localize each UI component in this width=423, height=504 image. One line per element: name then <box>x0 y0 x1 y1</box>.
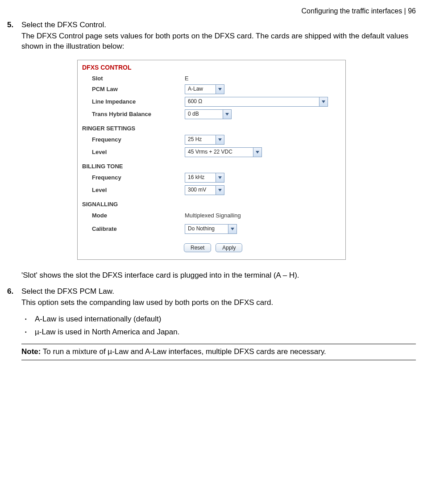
chevron-down-icon <box>223 110 231 119</box>
note-label: Note: <box>21 347 41 356</box>
select-trans-hybrid-balance[interactable]: 0 dB <box>185 109 232 119</box>
row-trans-hybrid-balance: Trans Hybrid Balance 0 dB <box>78 108 345 121</box>
step-6-bullet-list: A-Law is used internationally (default) … <box>21 314 416 337</box>
select-ringer-frequency[interactable]: 25 Hz <box>185 135 224 145</box>
select-billing-frequency[interactable]: 16 kHz <box>185 173 224 183</box>
label-slot: Slot <box>82 75 185 82</box>
chevron-down-icon <box>216 135 224 144</box>
chevron-down-icon <box>216 186 224 195</box>
header-page-number: 96 <box>408 7 416 15</box>
label-line-impedance: Line Impedance <box>82 98 185 105</box>
label-calibrate: Calibrate <box>82 225 185 232</box>
step-5-after-shot: 'Slot' shows the slot the DFXS interface… <box>21 271 416 281</box>
step-6-para: This option sets the companding law used… <box>21 298 416 308</box>
row-signalling-mode: Mode Multiplexed Signalling <box>78 209 345 221</box>
chevron-down-icon <box>253 148 261 157</box>
label-pcm-law: PCM Law <box>82 86 185 92</box>
row-billing-frequency: Frequency 16 kHz <box>78 171 345 184</box>
chevron-down-icon <box>216 173 224 182</box>
row-line-impedance: Line Impedance 600 Ω <box>78 96 345 108</box>
select-billing-level[interactable]: 300 mV <box>185 185 224 195</box>
panel-button-row: Reset Apply <box>78 235 345 254</box>
select-billing-frequency-value: 16 kHz <box>185 173 216 182</box>
select-ringer-level-value: 45 Vrms + 22 VDC <box>185 148 253 157</box>
list-item: A-Law is used internationally (default) <box>21 314 416 325</box>
step-5-para: The DFXS Control page sets values for bo… <box>21 31 416 52</box>
reset-button[interactable]: Reset <box>184 243 211 252</box>
value-slot: E <box>185 75 189 82</box>
select-calibrate[interactable]: Do Nothing <box>185 224 237 234</box>
section-ringer-settings: RINGER SETTINGS <box>78 121 345 133</box>
label-billing-frequency: Frequency <box>82 174 185 181</box>
select-ringer-frequency-value: 25 Hz <box>185 135 216 144</box>
select-calibrate-value: Do Nothing <box>185 225 228 233</box>
label-ringer-level: Level <box>82 149 185 155</box>
chevron-down-icon <box>228 225 236 233</box>
row-ringer-level: Level 45 Vrms + 22 VDC <box>78 146 345 158</box>
select-billing-level-value: 300 mV <box>185 186 216 195</box>
dfxs-control-panel: DFXS CONTROL Slot E PCM Law A-Law Line I… <box>77 60 346 260</box>
header-section: Configuring the traffic interfaces <box>302 7 402 15</box>
select-pcm-law[interactable]: A-Law <box>185 84 224 94</box>
select-line-impedance[interactable]: 600 Ω <box>185 97 328 107</box>
label-ringer-frequency: Frequency <box>82 136 185 143</box>
label-signalling-mode: Mode <box>82 212 185 219</box>
select-line-impedance-value: 600 Ω <box>185 97 319 106</box>
section-signalling: SIGNALLING <box>78 196 345 209</box>
label-billing-level: Level <box>82 187 185 193</box>
chevron-down-icon <box>216 85 224 94</box>
section-billing-tone: BILLING TONE <box>78 158 345 171</box>
chevron-down-icon <box>319 97 328 106</box>
step-number: 5. <box>7 21 21 29</box>
select-pcm-law-value: A-Law <box>185 85 216 94</box>
row-billing-level: Level 300 mV <box>78 184 345 196</box>
row-calibrate: Calibrate Do Nothing <box>78 221 345 235</box>
panel-title: DFXS CONTROL <box>78 64 345 74</box>
label-trans-hybrid-balance: Trans Hybrid Balance <box>82 111 185 117</box>
value-signalling-mode: Multiplexed Signalling <box>185 212 241 219</box>
step-number: 6. <box>7 287 21 296</box>
row-slot: Slot E <box>78 74 345 83</box>
row-pcm-law: PCM Law A-Law <box>78 83 345 96</box>
apply-button[interactable]: Apply <box>216 243 242 252</box>
select-thb-value: 0 dB <box>185 110 223 119</box>
select-ringer-level[interactable]: 45 Vrms + 22 VDC <box>185 147 262 157</box>
step-6: 6. Select the DFXS PCM Law. <box>7 287 416 296</box>
page-header: Configuring the traffic interfaces | 96 <box>7 7 416 15</box>
note-text: To run a mixture of µ-Law and A-Law inte… <box>41 347 326 356</box>
note-box: Note: To run a mixture of µ-Law and A-La… <box>21 344 416 360</box>
step-6-title: Select the DFXS PCM Law. <box>21 287 416 296</box>
list-item: µ-Law is used in North America and Japan… <box>21 327 416 337</box>
row-ringer-frequency: Frequency 25 Hz <box>78 133 345 146</box>
header-sep: | <box>402 7 408 15</box>
step-5: 5. Select the DFXS Control. <box>7 21 416 29</box>
step-5-title: Select the DFXS Control. <box>21 21 416 29</box>
